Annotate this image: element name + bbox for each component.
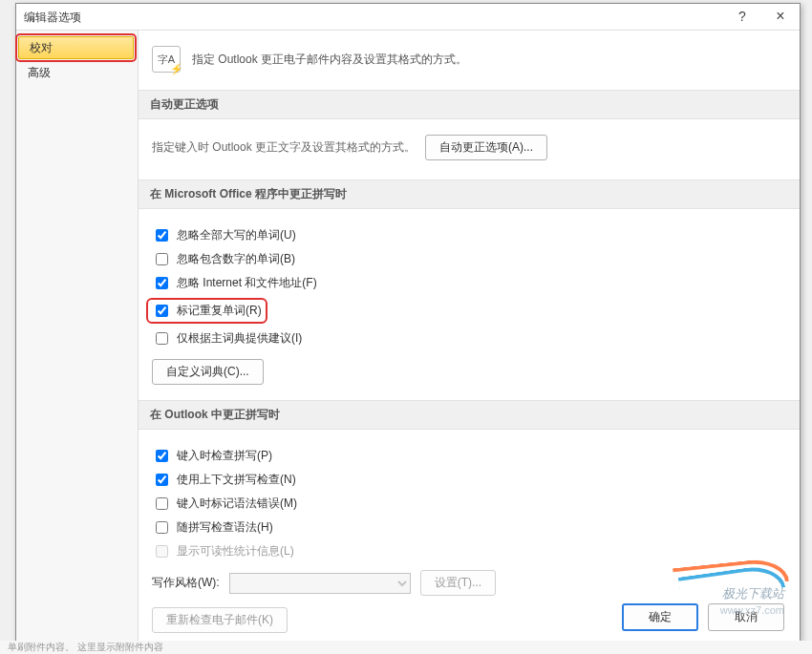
- sidebar-item-proofing[interactable]: 校对: [18, 36, 134, 59]
- checkbox-input[interactable]: [156, 474, 168, 486]
- cancel-button[interactable]: 取消: [708, 603, 784, 631]
- section-office-spelling-title: 在 Microsoft Office 程序中更正拼写时: [139, 179, 800, 209]
- editor-options-dialog: 编辑器选项 ? × 校对 高级 字A 指定 Outlook 更正电子邮件内容及设…: [15, 3, 801, 642]
- proofing-icon: 字A: [152, 46, 181, 73]
- help-button[interactable]: ?: [723, 4, 761, 31]
- checkbox-check-grammar-with-spelling[interactable]: 随拼写检查语法(H): [152, 518, 786, 537]
- checkbox-input[interactable]: [156, 305, 168, 317]
- autocorrect-options-button[interactable]: 自动更正选项(A)...: [425, 135, 547, 160]
- ok-button[interactable]: 确定: [622, 603, 698, 631]
- checkbox-input[interactable]: [156, 277, 168, 289]
- dialog-footer: 确定 取消: [622, 603, 784, 631]
- background-statusbar: 单刷附件内容。 这里显示附附件内容: [0, 641, 812, 654]
- checkbox-main-dictionary-only[interactable]: 仅根据主词典提供建议(I): [152, 329, 786, 348]
- checkbox-ignore-uppercase[interactable]: 忽略全部大写的单词(U): [152, 226, 786, 244]
- checkbox-input[interactable]: [156, 497, 168, 510]
- checkbox-mark-grammar-typing[interactable]: 键入时标记语法错误(M): [152, 495, 786, 513]
- sidebar-item-label: 校对: [30, 41, 53, 54]
- writing-style-settings-button: 设置(T)...: [420, 570, 496, 596]
- sidebar: 校对 高级: [16, 31, 139, 641]
- checkbox-input[interactable]: [156, 450, 168, 462]
- titlebar: 编辑器选项 ? ×: [16, 4, 800, 31]
- sidebar-item-advanced[interactable]: 高级: [16, 61, 138, 84]
- checkbox-readability-stats: 显示可读性统计信息(L): [152, 542, 786, 560]
- checkbox-flag-repeated-words[interactable]: 标记重复单词(R): [152, 302, 262, 320]
- sidebar-item-label: 高级: [28, 66, 51, 79]
- section-autocorrect-title: 自动更正选项: [139, 90, 800, 119]
- dialog-title: 编辑器选项: [24, 4, 81, 31]
- custom-dictionaries-button[interactable]: 自定义词典(C)...: [152, 359, 264, 385]
- section-outlook-spelling-title: 在 Outlook 中更正拼写时: [139, 400, 800, 430]
- writing-style-label: 写作风格(W):: [152, 575, 220, 591]
- checkbox-contextual-spelling[interactable]: 使用上下文拼写检查(N): [152, 471, 786, 489]
- writing-style-select: [229, 573, 411, 594]
- recheck-email-button: 重新检查电子邮件(K): [152, 607, 288, 633]
- checkbox-ignore-numbers[interactable]: 忽略包含数字的单词(B): [152, 250, 786, 268]
- autocorrect-hint: 指定键入时 Outlook 更正文字及设置其格式的方式。: [152, 139, 416, 156]
- checkbox-input[interactable]: [156, 521, 168, 534]
- content-pane: 字A 指定 Outlook 更正电子邮件内容及设置其格式的方式。 自动更正选项 …: [139, 31, 800, 641]
- intro-text: 指定 Outlook 更正电子邮件内容及设置其格式的方式。: [192, 52, 467, 68]
- intro-row: 字A 指定 Outlook 更正电子邮件内容及设置其格式的方式。: [139, 31, 800, 90]
- checkbox-input[interactable]: [156, 229, 168, 242]
- checkbox-input[interactable]: [156, 253, 168, 265]
- close-button[interactable]: ×: [761, 4, 800, 31]
- checkbox-ignore-internet[interactable]: 忽略 Internet 和文件地址(F): [152, 274, 786, 292]
- checkbox-check-spelling-typing[interactable]: 键入时检查拼写(P): [152, 447, 786, 465]
- checkbox-input: [156, 545, 168, 558]
- checkbox-input[interactable]: [156, 332, 168, 345]
